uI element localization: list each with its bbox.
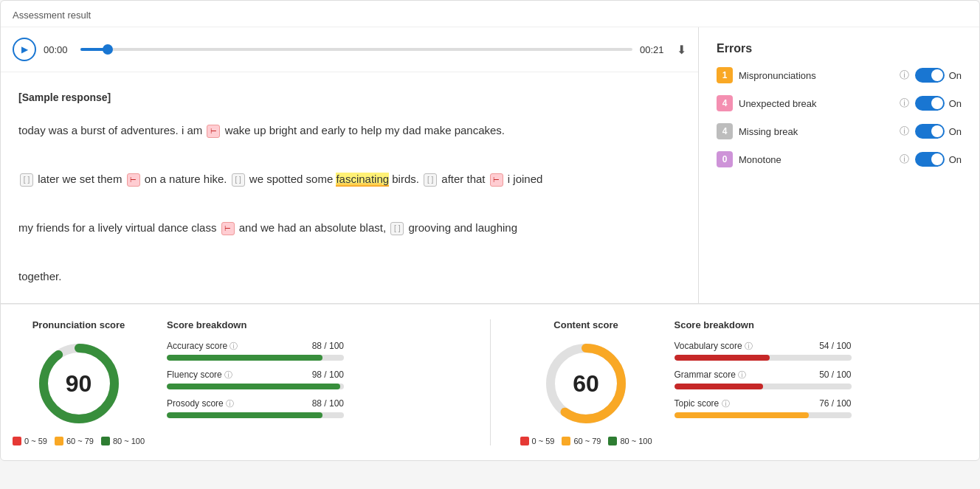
grammar-bar-bg — [674, 384, 852, 389]
content-score-block: Content score 60 0 ~ 59 60 ~ 79 — [520, 319, 968, 445]
download-icon: ⬇ — [677, 44, 686, 56]
download-button[interactable]: ⬇ — [677, 43, 686, 57]
missing-break-3: [ ] — [424, 173, 437, 187]
legend-dot-green — [101, 437, 110, 445]
topic-score-label: Topic score ⓘ — [674, 398, 730, 409]
error-row-monotone: 0 Monotone ⓘ On — [717, 151, 962, 167]
pronunciation-circle-chart: 90 — [35, 339, 123, 428]
content-legend-dot-red — [520, 437, 529, 445]
legend-label-0-59: 0 ~ 59 — [24, 437, 47, 445]
missing-break-4: [ ] — [390, 222, 404, 235]
legend-0-59: 0 ~ 59 — [13, 437, 47, 445]
sentence-2f: i joined — [508, 173, 543, 185]
content-breakdown-title: Score breakdown — [674, 319, 852, 330]
progress-handle[interactable] — [103, 44, 113, 55]
topic-score-row: Topic score ⓘ 76 / 100 — [674, 398, 852, 418]
missing-break-toggle-label: On — [949, 126, 962, 137]
unexpected-break-toggle[interactable]: On — [915, 96, 962, 111]
monotone-toggle-label: On — [949, 154, 962, 165]
accuracy-score-row: Accuracy score ⓘ 88 / 100 — [167, 341, 344, 361]
time-end: 00:21 — [640, 44, 669, 55]
legend-60-79: 60 ~ 79 — [55, 437, 94, 445]
monotone-label: Monotone — [739, 154, 894, 165]
content-legend-label-60-79: 60 ~ 79 — [573, 437, 601, 445]
grammar-score-value: 50 / 100 — [819, 370, 851, 381]
fluency-bar-fill — [167, 384, 340, 389]
legend-dot-red — [13, 437, 21, 445]
fluency-score-label: Fluency score ⓘ — [167, 370, 232, 381]
text-panel: [Sample response] today was a burst of a… — [1, 72, 698, 303]
missing-break-info-icon[interactable]: ⓘ — [900, 125, 909, 138]
legend-label-60-79: 60 ~ 79 — [66, 437, 94, 445]
sentence-4: together. — [18, 270, 61, 282]
unexpected-break-badge: 4 — [717, 95, 733, 111]
audio-player: ▶ 00:00 00:21 ⬇ — [1, 27, 698, 72]
unexpected-break-info-icon[interactable]: ⓘ — [900, 97, 909, 110]
sentence-2b: on a nature hike. — [145, 173, 230, 185]
mispronunciations-label: Mispronunciations — [739, 70, 894, 81]
play-button[interactable]: ▶ — [13, 38, 36, 61]
sentence-2e: after that — [441, 173, 488, 185]
unexpected-break-3: ⊢ — [490, 173, 503, 187]
unexpected-break-2: ⊢ — [127, 173, 140, 187]
page-title: Assessment result — [1, 1, 979, 27]
missing-break-1: [ ] — [20, 173, 33, 187]
section-divider — [490, 319, 491, 445]
sentence-2a: later we set them — [38, 173, 125, 185]
fluency-score-row: Fluency score ⓘ 98 / 100 — [167, 370, 344, 389]
top-section: ▶ 00:00 00:21 ⬇ [Sample response] today … — [1, 27, 979, 304]
topic-score-value: 76 / 100 — [819, 398, 851, 409]
mispronunciations-toggle[interactable]: On — [915, 68, 962, 83]
content-legend-dot-yellow — [562, 437, 570, 445]
content-circle-wrapper: Content score 60 0 ~ 59 60 ~ 79 — [520, 319, 652, 445]
content-breakdown: Score breakdown Vocabulary score ⓘ 54 / … — [674, 319, 852, 427]
missing-break-label: Missing break — [739, 126, 894, 137]
error-row-missing-break: 4 Missing break ⓘ On — [717, 123, 962, 139]
sentence-3a: my friends for a lively virtual dance cl… — [18, 221, 220, 234]
sample-label: [Sample response] — [18, 87, 680, 108]
legend-dot-yellow — [55, 437, 63, 445]
pronunciation-breakdown-title: Score breakdown — [167, 319, 344, 330]
unexpected-break-label: Unexpected break — [739, 98, 894, 109]
highlighted-word: fascinating — [336, 173, 389, 187]
sentence-3c: grooving and laughing — [408, 221, 517, 234]
unexpected-break-4: ⊢ — [221, 222, 235, 235]
prosody-score-label: Prosody score ⓘ — [167, 398, 234, 409]
grammar-score-row: Grammar score ⓘ 50 / 100 — [674, 370, 852, 389]
prosody-score-value: 88 / 100 — [312, 398, 344, 409]
topic-bar-bg — [674, 412, 852, 418]
legend-80-100: 80 ~ 100 — [101, 437, 145, 445]
unexpected-break-toggle-label: On — [949, 98, 962, 109]
sentence-3b: and we had an absolute blast, — [239, 221, 389, 234]
error-row-mispronunciations: 1 Mispronunciations ⓘ On — [717, 67, 962, 83]
prosody-score-row: Prosody score ⓘ 88 / 100 — [167, 398, 344, 418]
missing-break-toggle[interactable]: On — [915, 124, 962, 139]
vocabulary-score-value: 54 / 100 — [819, 341, 851, 352]
missing-break-badge: 4 — [717, 123, 733, 139]
time-start: 00:00 — [44, 44, 73, 55]
pronunciation-legend: 0 ~ 59 60 ~ 79 80 ~ 100 — [13, 437, 145, 445]
pronunciation-score-title: Pronunciation score — [32, 319, 125, 330]
unexpected-break-1: ⊢ — [207, 125, 220, 138]
monotone-info-icon[interactable]: ⓘ — [900, 153, 909, 166]
vocabulary-score-label: Vocabulary score ⓘ — [674, 341, 753, 352]
monotone-badge: 0 — [717, 151, 733, 167]
sentence-1: today was a burst of adventures. i am — [18, 124, 205, 136]
fluency-bar-bg — [167, 384, 344, 389]
play-icon: ▶ — [21, 44, 28, 55]
mispronunciations-badge: 1 — [717, 67, 733, 83]
vocabulary-score-row: Vocabulary score ⓘ 54 / 100 — [674, 341, 852, 361]
mispronunciations-info-icon[interactable]: ⓘ — [900, 69, 909, 82]
progress-bar[interactable] — [80, 48, 632, 51]
grammar-score-label: Grammar score ⓘ — [674, 370, 747, 381]
accuracy-score-value: 88 / 100 — [312, 341, 344, 352]
fluency-score-value: 98 / 100 — [312, 370, 344, 381]
accuracy-score-label: Accuracy score ⓘ — [167, 341, 238, 352]
content-circle-chart: 60 — [542, 339, 630, 428]
errors-panel: Errors 1 Mispronunciations ⓘ On 4 Unexpe… — [699, 27, 979, 303]
accuracy-bar-fill — [167, 355, 322, 361]
sentence-2c: we spotted some — [249, 173, 337, 185]
monotone-toggle[interactable]: On — [915, 152, 962, 167]
error-row-unexpected-break: 4 Unexpected break ⓘ On — [717, 95, 962, 111]
content-legend-0-59: 0 ~ 59 — [520, 437, 555, 445]
